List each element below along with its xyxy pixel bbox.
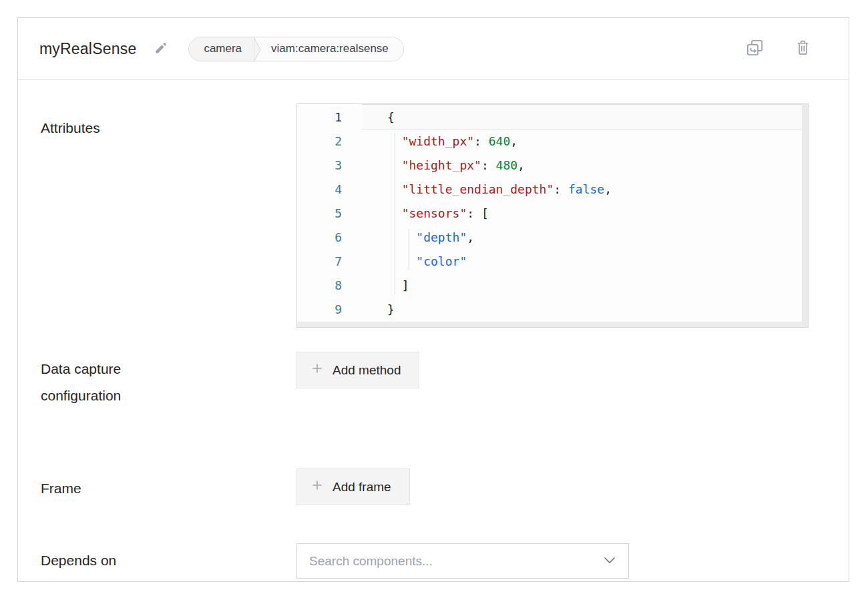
plus-icon xyxy=(310,479,324,495)
line-number: 8 xyxy=(297,274,362,298)
code-line-4: 4 "little_endian_depth": false, xyxy=(297,178,808,202)
frame-row: Frame Add frame xyxy=(41,469,849,505)
trash-icon xyxy=(795,39,811,59)
attributes-row: Attributes 1{2 "width_px": 640,3 "height… xyxy=(41,103,849,328)
header-actions xyxy=(746,39,811,59)
depends-on-label: Depends on xyxy=(41,543,296,579)
code-line-5: 5 "sensors": [ xyxy=(297,202,808,226)
component-config-card: myRealSense camera viam:camera:realsense xyxy=(17,17,849,582)
data-capture-label: Data capture configuration xyxy=(41,352,296,409)
line-number: 6 xyxy=(297,226,362,250)
add-frame-button[interactable]: Add frame xyxy=(296,469,410,505)
line-number: 3 xyxy=(297,154,362,178)
depends-on-search-input[interactable] xyxy=(296,543,629,579)
code-line-7: 7 "color" xyxy=(297,250,808,274)
component-header: myRealSense camera viam:camera:realsense xyxy=(18,18,849,80)
depends-on-row: Depends on xyxy=(41,543,849,579)
line-number: 1 xyxy=(297,105,362,129)
line-number: 7 xyxy=(297,250,362,274)
line-number: 9 xyxy=(297,298,362,322)
editor-horizontal-scrollbar[interactable] xyxy=(297,322,802,327)
delete-button[interactable] xyxy=(795,39,811,59)
editor-vertical-scrollbar[interactable] xyxy=(802,104,808,327)
attributes-json-editor[interactable]: 1{2 "width_px": 640,3 "height_px": 480,4… xyxy=(296,103,809,328)
duplicate-button[interactable] xyxy=(746,39,764,59)
line-number: 2 xyxy=(297,129,362,154)
pencil-icon xyxy=(154,41,168,57)
add-method-button[interactable]: Add method xyxy=(296,352,419,388)
plus-icon xyxy=(310,362,324,378)
line-number: 4 xyxy=(297,178,362,202)
component-category: camera xyxy=(189,37,254,61)
code-line-9: 9} xyxy=(297,298,808,322)
component-type-badge: camera viam:camera:realsense xyxy=(188,37,403,61)
code-line-2: 2 "width_px": 640, xyxy=(297,129,808,154)
rename-button[interactable] xyxy=(154,41,168,57)
attributes-label: Attributes xyxy=(41,103,296,328)
data-capture-row: Data capture configuration Add method xyxy=(41,352,849,409)
component-model: viam:camera:realsense xyxy=(262,37,403,61)
code-line-3: 3 "height_px": 480, xyxy=(297,154,808,178)
code-line-1: 1{ xyxy=(297,105,808,129)
indent-guide xyxy=(409,229,409,270)
line-number: 5 xyxy=(297,202,362,226)
breadcrumb-divider-icon xyxy=(254,37,262,61)
code-line-6: 6 "depth", xyxy=(297,226,808,250)
indent-guide xyxy=(395,133,395,294)
frame-label: Frame xyxy=(41,469,296,505)
component-body: Attributes 1{2 "width_px": 640,3 "height… xyxy=(18,103,849,579)
code-line-8: 8 ] xyxy=(297,274,808,298)
depends-on-select[interactable] xyxy=(296,543,629,579)
duplicate-icon xyxy=(746,39,764,59)
component-name: myRealSense xyxy=(39,40,136,58)
